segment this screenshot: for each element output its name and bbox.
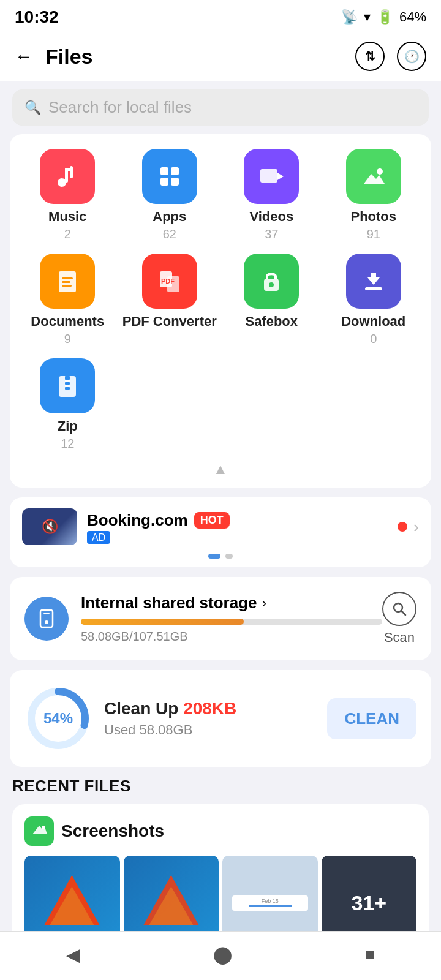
cast-icon: 📡 [341,9,358,25]
nav-back-button[interactable]: ◀ [66,944,80,965]
photos-label: Photos [350,209,396,225]
category-photos[interactable]: Photos 91 [326,149,422,241]
category-videos[interactable]: Videos 37 [224,149,320,241]
svg-rect-26 [65,385,70,387]
cleanup-used: Used 58.08GB [104,722,192,737]
category-pdf[interactable]: PDF PDF Converter [122,254,218,346]
header: ← Files ⇅ 🕐 [0,32,441,81]
donut-chart: 54% [24,685,92,752]
scan-button[interactable]: Scan [382,592,417,646]
svg-point-19 [269,282,274,287]
bottom-nav: ◀ ⬤ ■ [0,931,441,980]
svg-rect-14 [62,285,72,287]
ad-label: AD [87,531,110,544]
storage-title: Internal shared storage [81,594,257,612]
ad-card[interactable]: 🔇 Booking.com HOT AD › [10,497,431,567]
sort-button[interactable]: ⇅ [355,42,385,71]
nav-recents-button[interactable]: ■ [365,945,375,964]
cleanup-card: 54% Clean Up 208KB Used 58.08GB CLEAN [10,670,431,767]
videos-icon [244,149,299,204]
battery-icon: 🔋 [377,9,393,25]
category-safebox[interactable]: Safebox [224,254,320,346]
cleanup-title: Clean Up 208KB [104,699,315,718]
svg-point-0 [58,178,66,187]
history-icon: 🕐 [404,49,420,64]
cleanup-size: 208KB [183,699,236,718]
safebox-icon [244,254,299,309]
photos-icon [346,149,401,204]
music-count: 2 [64,227,71,241]
videos-label: Videos [249,209,293,225]
ad-chevron-icon: › [413,518,419,537]
scan-label: Scan [384,630,415,646]
category-download[interactable]: Download 0 [326,254,422,346]
category-card: Music 2 Apps 62 Videos [10,134,431,488]
category-grid: Music 2 Apps 62 Videos [20,149,421,451]
ad-dot-active [208,554,221,559]
folder-icon [24,816,54,846]
category-apps[interactable]: Apps 62 [122,149,218,241]
svg-rect-8 [260,169,277,183]
svg-rect-7 [171,178,179,186]
svg-point-30 [45,620,48,624]
category-music[interactable]: Music 2 [20,149,116,241]
search-placeholder: Search for local files [48,98,192,117]
nav-home-button[interactable]: ⬤ [213,944,232,965]
hot-badge: HOT [194,512,230,529]
pdf-label: PDF Converter [123,314,217,330]
svg-rect-25 [65,382,70,385]
chevron-up-icon: ▲ [213,461,228,478]
ad-dot-inactive [225,554,233,559]
storage-card[interactable]: Internal shared storage › 58.08GB/107.51… [10,577,431,660]
back-button[interactable]: ← [15,46,33,67]
status-time: 10:32 [15,7,59,27]
svg-rect-29 [43,612,50,614]
folder-name: Screenshots [61,821,164,841]
ad-pagination [22,554,419,559]
battery-percent: 64% [399,9,426,25]
category-zip[interactable]: Zip 12 [20,358,116,451]
clean-button[interactable]: CLEAN [327,698,417,739]
page-title: Files [45,45,92,69]
category-documents[interactable]: Documents 9 [20,254,116,346]
svg-rect-13 [62,281,70,283]
svg-rect-20 [365,287,382,290]
storage-chevron-icon: › [262,595,266,611]
zip-count: 12 [61,437,74,451]
cleanup-info: Clean Up 208KB Used 58.08GB [104,699,315,738]
status-icons: 📡 ▾ 🔋 64% [341,9,426,25]
ad-info: Booking.com HOT AD [87,511,388,543]
search-bar[interactable]: 🔍 Search for local files [12,89,429,126]
svg-rect-12 [62,277,73,279]
documents-icon [40,254,95,309]
search-icon: 🔍 [24,100,41,116]
svg-line-32 [401,611,405,615]
collapse-arrow[interactable]: ▲ [20,461,421,478]
storage-info: Internal shared storage › 58.08GB/107.51… [81,594,382,644]
wifi-icon: ▾ [364,9,371,25]
svg-rect-27 [65,387,70,390]
apps-icon [142,149,197,204]
download-count: 0 [370,332,377,346]
storage-device-icon [24,597,69,641]
ad-play-icon: 🔇 [42,519,58,535]
svg-rect-23 [65,376,70,380]
search-container: 🔍 Search for local files [0,81,441,134]
scan-icon [382,592,417,626]
pdf-icon: PDF [142,254,197,309]
download-icon [346,254,401,309]
recent-folder-row[interactable]: Screenshots [24,816,417,846]
storage-bar-fill [81,619,244,625]
photos-count: 91 [367,227,380,241]
status-bar: 10:32 📡 ▾ 🔋 64% [0,0,441,32]
recent-title: RECENT FILES [12,777,429,796]
videos-count: 37 [265,227,278,241]
svg-rect-4 [160,167,168,175]
apps-count: 62 [163,227,176,241]
storage-size: 58.08GB/107.51GB [81,630,188,643]
music-label: Music [48,209,86,225]
history-button[interactable]: 🕐 [397,42,426,71]
storage-left: Internal shared storage › 58.08GB/107.51… [24,594,382,644]
storage-bar [81,619,382,625]
safebox-label: Safebox [245,314,298,330]
